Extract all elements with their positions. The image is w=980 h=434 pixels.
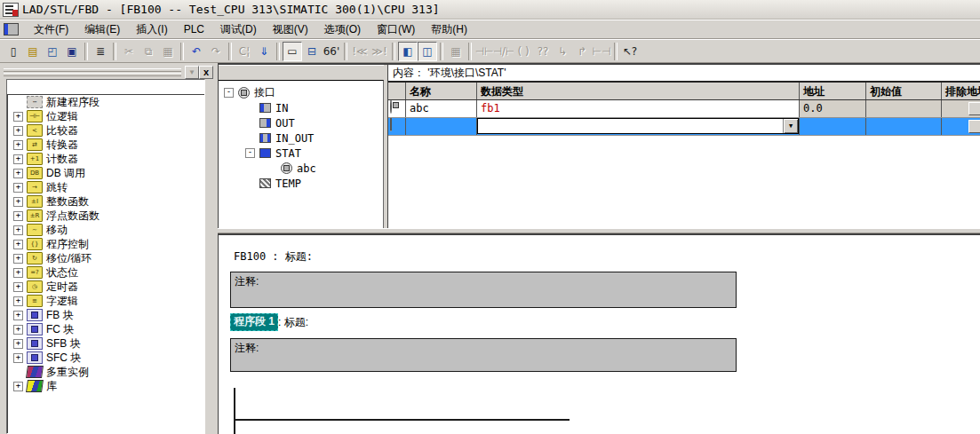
combobox-field[interactable] (478, 119, 783, 133)
palette-item-0[interactable]: ┅新建程序段 (7, 95, 204, 109)
menu-item-5[interactable]: 视图(V) (265, 21, 316, 37)
books-icon (26, 366, 44, 378)
help-cursor-button[interactable]: ↖? (620, 42, 640, 61)
menu-item-4[interactable]: 调试(D) (212, 21, 265, 37)
open-online-button[interactable]: ◰ (43, 42, 62, 61)
palette-item-7[interactable]: +±I整数函数 (7, 194, 204, 209)
block-comment-box[interactable]: 注释: (230, 272, 737, 308)
palette-item-12[interactable]: +=?状态位 (7, 265, 204, 280)
palette-item-4[interactable]: ++1计数器 (7, 152, 204, 166)
paste-button: ▦ (158, 42, 178, 61)
network-title-line[interactable]: 程序段 1 : 标题: (230, 313, 308, 331)
interface-item-4[interactable]: -STAT (219, 146, 383, 161)
palette-item-5[interactable]: +DBDB 调用 (7, 166, 204, 180)
palette-item-11[interactable]: +↻移位/循环 (7, 251, 204, 265)
menu-item-2[interactable]: 插入(I) (128, 21, 175, 37)
palette-item-19[interactable]: 多重实例 (7, 365, 204, 379)
palette-dropdown-button[interactable]: ▼ (185, 66, 199, 79)
palette-item-label: 定时器 (46, 280, 78, 295)
name-cell[interactable] (406, 118, 477, 135)
expand-plus-icon[interactable]: + (13, 154, 23, 164)
new-network-button: ▦ (446, 42, 466, 61)
expand-plus-icon[interactable]: + (13, 183, 23, 193)
palette-item-17[interactable]: +SFB 块 (7, 336, 204, 351)
new-button[interactable]: ▯ (4, 42, 23, 61)
palette-title-bar[interactable]: ▼ x (2, 66, 213, 78)
menu-item-6[interactable]: 选项(O) (316, 21, 369, 37)
declaration-row-1[interactable]: ▼ (388, 118, 980, 136)
download-button[interactable]: ⇓ (254, 42, 274, 61)
palette-item-label: 跳转 (46, 180, 68, 195)
undo-button[interactable]: ↶ (187, 42, 206, 61)
expand-plus-icon[interactable]: + (13, 268, 23, 278)
declaration-row-0[interactable]: abcfb10.0 (388, 100, 980, 118)
expand-plus-icon[interactable]: + (13, 311, 23, 320)
exclude-address-checkbox[interactable] (968, 102, 980, 115)
block-title-line[interactable]: FB100 : 标题: (234, 249, 313, 264)
datatype-cell[interactable]: ▼ (477, 118, 800, 135)
palette-item-18[interactable]: +SFC 块 (7, 351, 204, 365)
palette-item-13[interactable]: +◷定时器 (7, 280, 204, 294)
monitor-button[interactable]: 66' (322, 42, 341, 61)
detail-view-button[interactable]: ◫ (418, 42, 437, 61)
palette-item-2[interactable]: +<比较器 (7, 123, 204, 138)
interface-item-6[interactable]: TEMP (219, 176, 383, 191)
combobox-dropdown-button[interactable]: ▼ (783, 119, 798, 133)
expand-minus-icon[interactable]: - (245, 148, 255, 158)
code-editor-pane[interactable]: FB100 : 标题: 注释: 程序段 1 : 标题: 注释: (218, 233, 980, 434)
expand-plus-icon[interactable]: + (13, 126, 23, 136)
menu-item-8[interactable]: 帮助(H) (423, 21, 475, 37)
expand-minus-icon[interactable]: - (224, 88, 234, 98)
expand-plus-icon[interactable]: + (13, 254, 23, 264)
open-button[interactable]: ▤ (23, 42, 43, 61)
palette-item-3[interactable]: +⇄转换器 (7, 138, 204, 152)
network-button[interactable]: ⊟ (302, 42, 322, 61)
interface-item-2[interactable]: OUT (219, 115, 383, 130)
redo-button: ↷ (206, 42, 226, 61)
print-button[interactable]: ≣ (91, 42, 110, 61)
symbol-representation-button[interactable]: ▭ (283, 42, 302, 61)
save-button[interactable]: ▣ (62, 42, 82, 61)
network-badge[interactable]: 程序段 1 (230, 313, 278, 331)
palette-item-6[interactable]: +→跳转 (7, 180, 204, 194)
menu-item-1[interactable]: 编辑(E) (76, 21, 128, 37)
interface-item-3[interactable]: IN_OUT (219, 130, 383, 146)
expand-plus-icon[interactable]: + (13, 112, 23, 122)
expand-plus-icon[interactable]: + (13, 296, 23, 306)
child-window-icon[interactable] (4, 23, 19, 36)
expand-plus-icon[interactable]: + (13, 339, 23, 349)
palette-item-16[interactable]: +FC 块 (7, 322, 204, 336)
program-elements-panel: ┅新建程序段+⊣⊢位逻辑+<比较器+⇄转换器++1计数器+DBDB 调用+→跳转… (6, 79, 205, 434)
palette-item-20[interactable]: +库 (7, 379, 204, 393)
expand-plus-icon[interactable]: + (13, 169, 23, 178)
palette-item-8[interactable]: +±R浮点数函数 (7, 209, 204, 223)
datatype-cell[interactable]: fb1 (477, 100, 800, 117)
menu-item-0[interactable]: 文件(F) (26, 21, 76, 37)
name-cell[interactable]: abc (406, 100, 477, 117)
palette-item-10[interactable]: +{}程序控制 (7, 237, 204, 251)
expand-plus-icon[interactable]: + (13, 382, 23, 391)
expand-plus-icon[interactable]: + (13, 211, 23, 221)
interface-item-0[interactable]: -接口 (219, 85, 383, 100)
overview-pane-button[interactable]: ◧ (398, 42, 418, 61)
expand-plus-icon[interactable]: + (13, 353, 23, 363)
exclude-address-checkbox[interactable] (968, 120, 980, 133)
interface-item-5[interactable]: abc (219, 161, 383, 176)
datatype-combobox[interactable]: ▼ (477, 118, 799, 134)
expand-plus-icon[interactable]: + (13, 325, 23, 335)
interface-item-1[interactable]: IN (219, 100, 383, 115)
palette-item-1[interactable]: +⊣⊢位逻辑 (7, 109, 204, 123)
expand-plus-icon[interactable]: + (13, 225, 23, 235)
palette-item-9[interactable]: +~移动 (7, 223, 204, 237)
expand-plus-icon[interactable]: + (13, 140, 23, 150)
palette-close-button[interactable]: x (199, 66, 213, 79)
menu-items: 文件(F)编辑(E)插入(I)PLC调试(D)视图(V)选项(O)窗口(W)帮助… (26, 22, 475, 37)
menu-item-3[interactable]: PLC (176, 21, 212, 37)
palette-item-14[interactable]: +≡字逻辑 (7, 294, 204, 308)
expand-plus-icon[interactable]: + (13, 282, 23, 292)
network-comment-box[interactable]: 注释: (230, 338, 737, 372)
palette-item-15[interactable]: +FB 块 (7, 308, 204, 322)
menu-item-7[interactable]: 窗口(W) (369, 21, 423, 37)
expand-plus-icon[interactable]: + (13, 197, 23, 207)
expand-plus-icon[interactable]: + (13, 240, 23, 249)
